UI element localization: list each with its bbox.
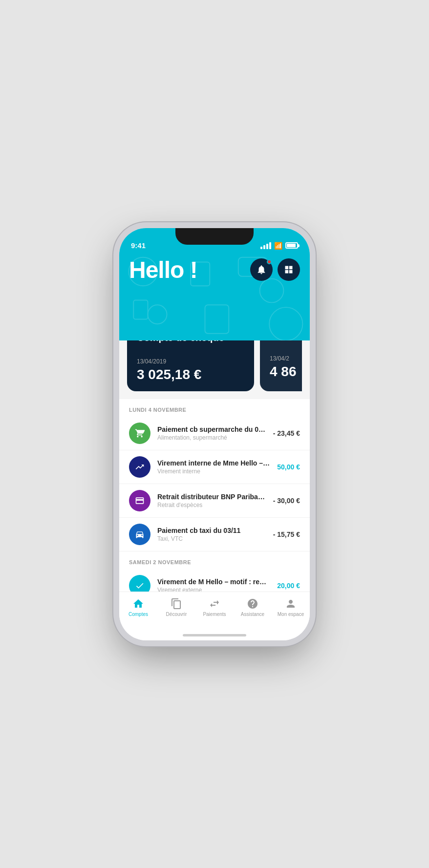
card-balance-0: 3 025,18 € bbox=[137, 367, 244, 382]
external-transfer-icon bbox=[135, 581, 145, 591]
tx-subtitle-0: Alimentation, supermarché bbox=[157, 434, 266, 441]
svg-rect-7 bbox=[205, 305, 229, 334]
tx-amount-2: - 30,00 € bbox=[273, 497, 300, 505]
header-content: Hello ! bbox=[129, 256, 300, 283]
nav-label-paiements: Paiements bbox=[203, 612, 226, 617]
nav-label-mon-espace: Mon espace bbox=[278, 612, 304, 617]
tx-subtitle-2: Retrait d'espèces bbox=[157, 502, 266, 508]
tx-title-1: Virement interne de Mme Hello –… bbox=[157, 459, 270, 467]
card-title-0: Compte de chèque bbox=[137, 340, 244, 343]
wifi-icon: 📶 bbox=[274, 242, 282, 250]
home-indicator-bar bbox=[119, 631, 310, 640]
help-icon bbox=[247, 598, 258, 610]
card-date-0: 13/04/2019 bbox=[137, 358, 244, 365]
phone-frame: 9:41 📶 Hello ! bbox=[119, 228, 310, 640]
tx-amount-0: - 23,45 € bbox=[273, 429, 300, 437]
transaction-item-3[interactable]: Paiement cb taxi du 03/11 Taxi, VTC - 15… bbox=[119, 518, 310, 551]
tx-info-3: Paiement cb taxi du 03/11 Taxi, VTC bbox=[157, 527, 266, 542]
account-card-0[interactable]: N° **** 1749 ··· Compte de chèque 13/04/… bbox=[127, 340, 254, 391]
cards-section: N° **** 1749 ··· Compte de chèque 13/04/… bbox=[119, 340, 310, 399]
transaction-group-1: SAMEDI 2 NOVEMBRE Virement de M Hello – … bbox=[119, 551, 310, 592]
copy-icon bbox=[171, 598, 182, 610]
main-content: N° **** 1749 ··· Compte de chèque 13/04/… bbox=[119, 340, 310, 592]
signal-icon bbox=[260, 242, 271, 249]
bottom-nav: Comptes Découvrir Paiements Assistance M bbox=[119, 592, 310, 631]
nav-item-comptes[interactable]: Comptes bbox=[119, 596, 157, 619]
tx-title-0: Paiement cb supermarche du 03/11 bbox=[157, 425, 266, 433]
tx-amount-4: 20,00 € bbox=[277, 582, 300, 590]
nav-label-decouvrir: Découvrir bbox=[166, 612, 187, 617]
home-indicator bbox=[183, 634, 246, 636]
date-label-0: LUNDI 4 NOVEMBRE bbox=[119, 399, 310, 417]
transaction-item-0[interactable]: Paiement cb supermarche du 03/11 Aliment… bbox=[119, 417, 310, 450]
nav-item-decouvrir[interactable]: Découvrir bbox=[157, 596, 195, 619]
notification-button[interactable] bbox=[250, 258, 273, 281]
svg-point-6 bbox=[269, 307, 302, 340]
nav-item-assistance[interactable]: Assistance bbox=[234, 596, 272, 619]
greeting-title: Hello ! bbox=[129, 256, 197, 283]
atm-icon bbox=[135, 496, 145, 506]
tx-title-3: Paiement cb taxi du 03/11 bbox=[157, 527, 266, 534]
tx-title-2: Retrait distributeur BNP Paribas … bbox=[157, 493, 266, 501]
tx-subtitle-1: Virement interne bbox=[157, 468, 270, 475]
tx-amount-3: - 15,75 € bbox=[273, 530, 300, 538]
header-actions bbox=[250, 258, 300, 281]
tx-info-1: Virement interne de Mme Hello –… Viremen… bbox=[157, 459, 270, 475]
transaction-group-0: LUNDI 4 NOVEMBRE Paiement cb supermarche… bbox=[119, 399, 310, 551]
tx-icon-1 bbox=[129, 456, 150, 478]
nav-label-assistance: Assistance bbox=[241, 612, 264, 617]
account-card-1[interactable]: N° **** 1 Livret 13/04/2 4 86 bbox=[260, 340, 302, 391]
transaction-item-2[interactable]: Retrait distributeur BNP Paribas … Retra… bbox=[119, 484, 310, 518]
transactions-list: LUNDI 4 NOVEMBRE Paiement cb supermarche… bbox=[119, 399, 310, 592]
notch bbox=[175, 228, 254, 245]
cart-icon bbox=[135, 428, 145, 438]
tx-icon-0 bbox=[129, 423, 150, 444]
home-icon bbox=[132, 598, 144, 610]
tx-info-4: Virement de M Hello – motif : re… Vireme… bbox=[157, 578, 270, 592]
grid-icon bbox=[284, 265, 294, 275]
tx-amount-1: 50,00 € bbox=[277, 463, 300, 471]
tx-subtitle-4: Virement externe bbox=[157, 587, 270, 592]
status-time: 9:41 bbox=[131, 241, 146, 250]
transaction-item-1[interactable]: Virement interne de Mme Hello –… Viremen… bbox=[119, 450, 310, 484]
svg-point-4 bbox=[148, 305, 167, 324]
cards-scroll[interactable]: N° **** 1749 ··· Compte de chèque 13/04/… bbox=[127, 340, 302, 391]
notification-badge bbox=[267, 259, 272, 264]
status-icons: 📶 bbox=[260, 242, 298, 250]
taxi-icon bbox=[135, 529, 145, 539]
transaction-item-4[interactable]: Virement de M Hello – motif : re… Vireme… bbox=[119, 569, 310, 592]
person-icon bbox=[285, 598, 297, 610]
tx-info-0: Paiement cb supermarche du 03/11 Aliment… bbox=[157, 425, 266, 441]
battery-icon bbox=[285, 242, 298, 249]
svg-rect-5 bbox=[133, 300, 148, 319]
card-date-1: 13/04/2 bbox=[270, 355, 302, 362]
date-label-1: SAMEDI 2 NOVEMBRE bbox=[119, 551, 310, 569]
tx-icon-3 bbox=[129, 524, 150, 545]
nav-item-paiements[interactable]: Paiements bbox=[195, 596, 234, 619]
tx-info-2: Retrait distributeur BNP Paribas … Retra… bbox=[157, 493, 266, 508]
tx-icon-4 bbox=[129, 575, 150, 592]
tx-subtitle-3: Taxi, VTC bbox=[157, 535, 266, 542]
bell-icon bbox=[256, 264, 267, 275]
tx-title-4: Virement de M Hello – motif : re… bbox=[157, 578, 270, 586]
grid-menu-button[interactable] bbox=[278, 258, 300, 281]
card-balance-1: 4 86 bbox=[270, 364, 302, 380]
nav-label-comptes: Comptes bbox=[129, 612, 148, 617]
tx-icon-2 bbox=[129, 490, 150, 511]
header: Hello ! bbox=[119, 253, 310, 340]
transfer-icon bbox=[135, 462, 145, 472]
payment-icon bbox=[209, 598, 220, 610]
nav-item-mon-espace[interactable]: Mon espace bbox=[272, 596, 310, 619]
